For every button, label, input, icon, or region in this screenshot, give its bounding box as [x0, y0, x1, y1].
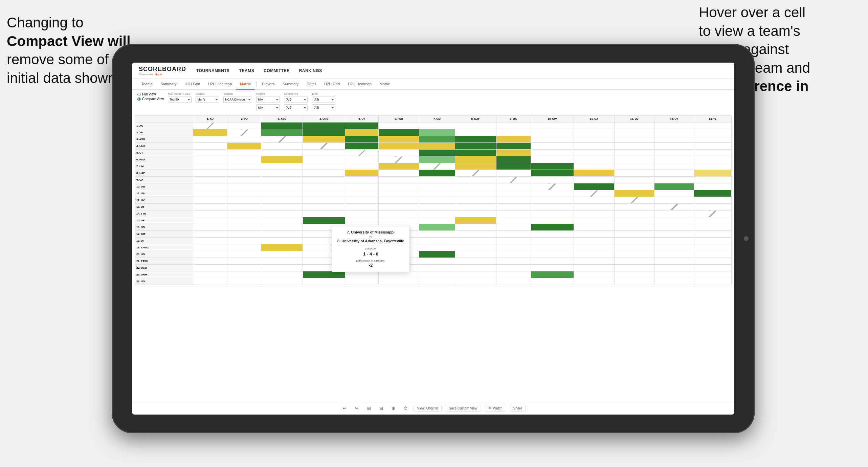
matrix-cell-13-1[interactable]: [227, 210, 261, 217]
matrix-cell-23-9[interactable]: [531, 278, 574, 285]
matrix-cell-2-7[interactable]: [455, 136, 496, 143]
sub-nav-h2h-heatmap2[interactable]: H2H Heatmap: [344, 79, 376, 90]
matrix-cell-13-2[interactable]: [261, 210, 303, 217]
matrix-cell-7-1[interactable]: [227, 170, 261, 177]
matrix-cell-10-4[interactable]: [345, 190, 379, 197]
matrix-cell-1-8[interactable]: [496, 129, 531, 136]
matrix-cell-16-9[interactable]: [531, 231, 574, 238]
matrix-cell-3-5[interactable]: [378, 143, 419, 150]
matrix-cell-21-9[interactable]: [531, 265, 574, 271]
matrix-cell-19-9[interactable]: [531, 251, 574, 258]
matrix-cell-3-4[interactable]: [345, 143, 379, 150]
matrix-cell-20-8[interactable]: [496, 258, 531, 265]
matrix-cell-13-13[interactable]: [694, 210, 731, 217]
matrix-cell-9-3[interactable]: [303, 183, 345, 190]
matrix-cell-14-12[interactable]: [654, 217, 694, 224]
matrix-cell-15-10[interactable]: [574, 224, 614, 231]
matrix-cell-4-6[interactable]: [419, 150, 455, 156]
matrix-cell-19-8[interactable]: [496, 251, 531, 258]
matrix-cell-16-8[interactable]: [496, 231, 531, 238]
matrix-cell-14-5[interactable]: [378, 217, 419, 224]
matrix-cell-19-0[interactable]: [193, 251, 227, 258]
compact-view-radio[interactable]: [137, 97, 141, 101]
matrix-cell-18-11[interactable]: [614, 244, 654, 251]
matrix-cell-12-5[interactable]: [378, 204, 419, 210]
matrix-cell-21-8[interactable]: [496, 265, 531, 271]
matrix-cell-13-5[interactable]: [378, 210, 419, 217]
matrix-cell-9-0[interactable]: [193, 183, 227, 190]
matrix-cell-8-11[interactable]: [614, 177, 654, 183]
sub-nav-matrix1[interactable]: Matrix: [236, 79, 255, 90]
matrix-cell-6-2[interactable]: [261, 163, 303, 170]
matrix-cell-11-8[interactable]: [496, 197, 531, 204]
matrix-cell-9-7[interactable]: [455, 183, 496, 190]
matrix-cell-4-1[interactable]: [227, 150, 261, 156]
matrix-cell-6-7[interactable]: [455, 163, 496, 170]
matrix-cell-11-4[interactable]: [345, 197, 379, 204]
matrix-cell-9-5[interactable]: [378, 183, 419, 190]
matrix-cell-7-4[interactable]: [345, 170, 379, 177]
matrix-cell-23-7[interactable]: [455, 278, 496, 285]
matrix-cell-7-11[interactable]: [614, 170, 654, 177]
matrix-cell-6-4[interactable]: [345, 163, 379, 170]
matrix-cell-10-0[interactable]: [193, 190, 227, 197]
matrix-cell-13-12[interactable]: [654, 210, 694, 217]
matrix-cell-19-11[interactable]: [614, 251, 654, 258]
matrix-cell-6-6[interactable]: [419, 163, 455, 170]
matrix-cell-14-2[interactable]: [261, 217, 303, 224]
matrix-cell-8-1[interactable]: [227, 177, 261, 183]
matrix-cell-9-4[interactable]: [345, 183, 379, 190]
matrix-cell-11-10[interactable]: [574, 197, 614, 204]
matrix-cell-21-12[interactable]: [654, 265, 694, 271]
matrix-cell-1-13[interactable]: [694, 129, 731, 136]
matrix-cell-8-12[interactable]: [654, 177, 694, 183]
matrix-cell-4-0[interactable]: [193, 150, 227, 156]
matrix-cell-4-10[interactable]: [574, 150, 614, 156]
matrix-cell-19-12[interactable]: [654, 251, 694, 258]
matrix-cell-22-13[interactable]: [694, 271, 731, 278]
matrix-cell-22-2[interactable]: [261, 271, 303, 278]
matrix-cell-5-6[interactable]: [419, 156, 455, 163]
matrix-cell-6-12[interactable]: [654, 163, 694, 170]
matrix-cell-2-2[interactable]: [261, 136, 303, 143]
matrix-cell-1-7[interactable]: [455, 129, 496, 136]
filter-team-select1[interactable]: (All): [312, 96, 335, 103]
matrix-cell-7-12[interactable]: [654, 170, 694, 177]
matrix-cell-10-12[interactable]: [654, 190, 694, 197]
matrix-cell-8-4[interactable]: [345, 177, 379, 183]
matrix-cell-4-5[interactable]: [378, 150, 419, 156]
matrix-cell-1-9[interactable]: [531, 129, 574, 136]
matrix-cell-17-10[interactable]: [574, 238, 614, 244]
nav-rankings[interactable]: RANKINGS: [299, 68, 322, 73]
matrix-cell-7-7[interactable]: [455, 170, 496, 177]
matrix-cell-17-13[interactable]: [694, 238, 731, 244]
matrix-cell-20-10[interactable]: [574, 258, 614, 265]
matrix-cell-2-0[interactable]: [193, 136, 227, 143]
matrix-cell-10-2[interactable]: [261, 190, 303, 197]
matrix-cell-2-4[interactable]: [345, 136, 379, 143]
matrix-cell-13-6[interactable]: [419, 210, 455, 217]
matrix-cell-10-1[interactable]: [227, 190, 261, 197]
toolbar-icon2[interactable]: ⊟: [377, 404, 386, 413]
toolbar-icon3[interactable]: ⊕: [389, 404, 398, 413]
matrix-cell-23-10[interactable]: [574, 278, 614, 285]
matrix-cell-9-1[interactable]: [227, 183, 261, 190]
matrix-cell-8-9[interactable]: [531, 177, 574, 183]
matrix-cell-9-10[interactable]: [574, 183, 614, 190]
matrix-cell-4-7[interactable]: [455, 150, 496, 156]
matrix-cell-2-3[interactable]: [303, 136, 345, 143]
matrix-cell-5-1[interactable]: [227, 156, 261, 163]
matrix-cell-7-10[interactable]: [574, 170, 614, 177]
matrix-cell-3-1[interactable]: [227, 143, 261, 150]
matrix-cell-16-12[interactable]: [654, 231, 694, 238]
matrix-cell-9-6[interactable]: [419, 183, 455, 190]
matrix-cell-22-8[interactable]: [496, 271, 531, 278]
matrix-cell-18-1[interactable]: [227, 244, 261, 251]
redo-button[interactable]: ↪: [353, 404, 361, 413]
matrix-cell-22-9[interactable]: [531, 271, 574, 278]
matrix-cell-9-8[interactable]: [496, 183, 531, 190]
matrix-cell-21-7[interactable]: [455, 265, 496, 271]
matrix-cell-18-6[interactable]: [419, 244, 455, 251]
matrix-cell-4-9[interactable]: [531, 150, 574, 156]
matrix-cell-22-11[interactable]: [614, 271, 654, 278]
